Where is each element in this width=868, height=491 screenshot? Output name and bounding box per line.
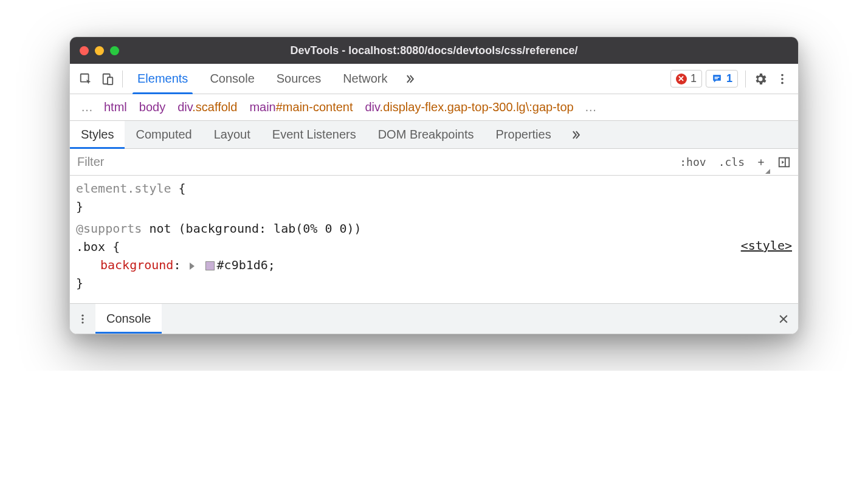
toggle-computed-sidebar-icon[interactable] bbox=[771, 149, 798, 175]
svg-rect-3 bbox=[715, 77, 720, 78]
element-style-rule[interactable]: element.style { } bbox=[76, 179, 792, 216]
drawer-tab-console[interactable]: Console bbox=[95, 304, 162, 334]
devtools-window: DevTools - localhost:8080/docs/devtools/… bbox=[69, 36, 799, 334]
subtab-computed[interactable]: Computed bbox=[125, 121, 202, 148]
svg-rect-4 bbox=[715, 78, 718, 80]
traffic-lights bbox=[80, 46, 119, 55]
subtab-styles[interactable]: Styles bbox=[70, 121, 125, 148]
styles-filter-input[interactable] bbox=[70, 149, 673, 175]
tab-sources[interactable]: Sources bbox=[266, 64, 332, 94]
tab-elements[interactable]: Elements bbox=[126, 64, 199, 94]
css-declaration[interactable]: background: #c9b1d6; bbox=[76, 256, 792, 274]
drawer: Console bbox=[70, 303, 798, 334]
toggle-cls[interactable]: .cls bbox=[712, 149, 751, 175]
maximize-window-button[interactable] bbox=[110, 46, 119, 55]
svg-point-10 bbox=[81, 318, 83, 320]
more-subtabs-icon[interactable] bbox=[565, 124, 587, 146]
main-tab-bar: Elements Console Sources Network ✕ 1 1 bbox=[70, 64, 798, 94]
css-property-value: #c9b1d6 bbox=[217, 258, 268, 272]
breadcrumb-html[interactable]: html bbox=[98, 100, 133, 114]
styles-tab-bar: Styles Computed Layout Event Listeners D… bbox=[70, 121, 798, 149]
supports-condition: not (background: lab(0% 0 0)) bbox=[142, 221, 361, 236]
svg-point-5 bbox=[781, 74, 784, 76]
minimize-window-button[interactable] bbox=[95, 46, 104, 55]
styles-filter-row: :hov .cls bbox=[70, 149, 798, 176]
breadcrumb-leading-ellipsis[interactable]: … bbox=[76, 100, 98, 114]
subtab-dom-breakpoints[interactable]: DOM Breakpoints bbox=[367, 121, 485, 148]
svg-point-11 bbox=[81, 321, 83, 323]
css-property-name: background bbox=[100, 258, 173, 272]
more-tabs-icon[interactable] bbox=[399, 68, 421, 90]
subtab-properties[interactable]: Properties bbox=[485, 121, 562, 148]
svg-rect-2 bbox=[108, 77, 112, 84]
breadcrumb-bar: … html body div.scaffold main#main-conte… bbox=[70, 94, 798, 121]
error-icon: ✕ bbox=[676, 74, 687, 84]
svg-point-9 bbox=[81, 314, 83, 316]
expand-shorthand-icon[interactable] bbox=[190, 263, 195, 270]
divider bbox=[745, 70, 746, 88]
breadcrumb-body[interactable]: body bbox=[133, 100, 171, 114]
kebab-menu-icon[interactable] bbox=[771, 68, 793, 90]
styles-pane[interactable]: element.style { } @supports not (backgro… bbox=[70, 176, 798, 303]
drawer-close-icon[interactable] bbox=[777, 313, 790, 325]
settings-icon[interactable] bbox=[749, 68, 771, 90]
drawer-menu-icon[interactable] bbox=[70, 313, 95, 325]
messages-badge[interactable]: 1 bbox=[706, 70, 738, 88]
toggle-hov[interactable]: :hov bbox=[673, 149, 712, 175]
tab-console[interactable]: Console bbox=[199, 64, 265, 94]
svg-point-7 bbox=[781, 81, 784, 84]
breadcrumb-div-flex[interactable]: div.display-flex.gap-top-300.lg\:gap-top bbox=[359, 100, 580, 114]
breadcrumb-div-scaffold[interactable]: div.scaffold bbox=[171, 100, 243, 114]
breadcrumb-trailing-ellipsis[interactable]: … bbox=[580, 100, 602, 114]
errors-count: 1 bbox=[691, 72, 697, 85]
device-toolbar-icon[interactable] bbox=[97, 68, 119, 90]
supports-keyword: @supports bbox=[76, 221, 142, 236]
new-style-rule-button[interactable] bbox=[751, 149, 771, 175]
errors-badge[interactable]: ✕ 1 bbox=[670, 70, 702, 88]
subtab-event-listeners[interactable]: Event Listeners bbox=[261, 121, 367, 148]
tab-network[interactable]: Network bbox=[332, 64, 398, 94]
box-selector: .box bbox=[76, 239, 105, 254]
breadcrumb-main[interactable]: main#main-content bbox=[243, 100, 359, 114]
supports-rule[interactable]: @supports not (background: lab(0% 0 0)) … bbox=[76, 219, 792, 292]
color-swatch[interactable] bbox=[205, 261, 215, 270]
messages-count: 1 bbox=[726, 72, 732, 85]
close-window-button[interactable] bbox=[80, 46, 89, 55]
window-title: DevTools - localhost:8080/docs/devtools/… bbox=[70, 44, 798, 57]
message-icon bbox=[711, 73, 723, 84]
divider bbox=[122, 70, 123, 88]
svg-point-6 bbox=[781, 78, 784, 80]
inspect-element-icon[interactable] bbox=[75, 68, 97, 90]
style-source-link[interactable]: <style> bbox=[741, 236, 792, 255]
subtab-layout[interactable]: Layout bbox=[203, 121, 261, 148]
titlebar: DevTools - localhost:8080/docs/devtools/… bbox=[70, 37, 798, 64]
element-style-label: element.style bbox=[76, 181, 171, 196]
